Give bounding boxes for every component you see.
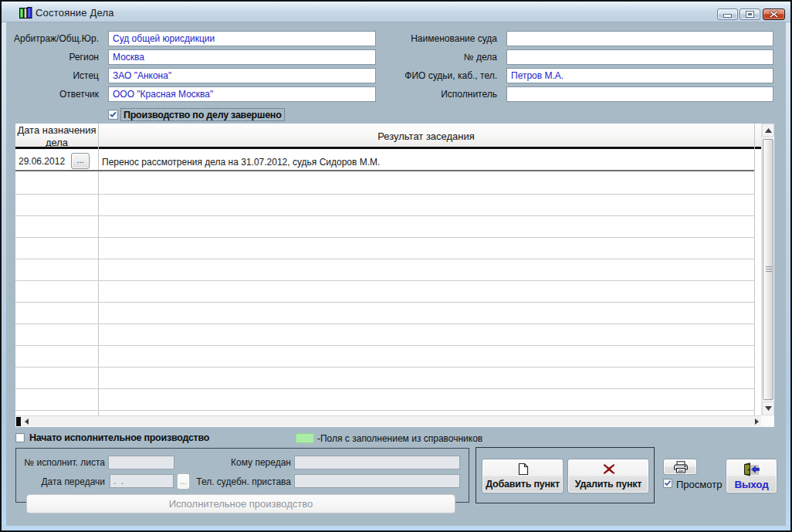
input-given-to[interactable] [294, 456, 460, 469]
input-writ-number[interactable] [108, 456, 174, 469]
grid-vertical-scrollbar[interactable] [761, 124, 773, 415]
label-case-number: № дела [389, 49, 497, 65]
delete-x-icon [603, 463, 615, 475]
printer-icon [674, 461, 688, 473]
scroll-left-icon[interactable] [24, 418, 30, 425]
thumb-grip [766, 269, 772, 269]
grid-header-date[interactable]: Дата назначения дела [15, 124, 98, 149]
grid-empty-row[interactable] [15, 259, 754, 281]
legend-swatch [296, 433, 314, 443]
date-ellipsis-button[interactable]: ... [71, 153, 90, 169]
hearings-grid: Дата назначения дела Результат заседания… [15, 124, 774, 427]
label-court-type: Арбитраж/Общ.Юр. [11, 31, 99, 46]
grid-cell-date[interactable]: 29.06.2012 [19, 156, 65, 167]
preview-checkbox[interactable] [663, 479, 672, 488]
exit-label: Выход [726, 479, 777, 490]
app-books-icon [19, 6, 32, 19]
input-region[interactable]: Москва [108, 49, 376, 65]
input-case-number[interactable] [506, 49, 773, 65]
label-given-to: Кому передан [191, 457, 291, 468]
print-button[interactable] [663, 459, 697, 475]
input-executor[interactable] [506, 86, 773, 102]
horizontal-scroll-thumb[interactable] [16, 417, 21, 426]
exit-door-icon [743, 463, 760, 476]
grid-cell-result[interactable]: Перенос рассмотрения дела на 31.07.2012,… [102, 157, 380, 168]
thumb-grip [766, 271, 772, 272]
label-plaintiff: Истец [11, 68, 99, 83]
grid-empty-row[interactable] [15, 346, 754, 368]
vertical-scroll-thumb[interactable] [763, 139, 773, 400]
exec-started-checkbox[interactable] [15, 433, 25, 442]
dialog-body: Арбитраж/Общ.Юр. Суд общей юрисдикции Ре… [6, 22, 786, 526]
delete-item-button[interactable]: Удалить пункт [567, 459, 649, 493]
grid-empty-row[interactable] [15, 324, 754, 346]
close-button[interactable] [763, 8, 785, 20]
scroll-down-button[interactable] [762, 402, 774, 415]
checkmark-icon [109, 110, 117, 119]
scrollbar-corner [761, 415, 774, 427]
label-writ-number: № исполнит. листа [12, 457, 105, 468]
input-defendant[interactable]: ООО "Красная Москва" [108, 86, 376, 102]
add-item-button[interactable]: Добавить пункт [482, 459, 564, 493]
case-completed-checkbox[interactable] [108, 110, 118, 120]
grid-header: Дата назначения дела Результат заседания [15, 124, 761, 149]
grid-row-current[interactable]: 29.06.2012 ... Перенос рассмотрения дела… [15, 151, 754, 171]
input-bailiff-phone[interactable] [294, 474, 460, 488]
legend-label: -Поля с заполнением из справочников [317, 433, 482, 444]
exit-button[interactable]: Выход [726, 459, 777, 493]
label-region: Регион [11, 49, 99, 65]
label-defendant: Ответчик [11, 86, 99, 102]
input-court-name[interactable] [506, 31, 773, 46]
grid-empty-row[interactable] [15, 216, 754, 238]
delete-item-label: Удалить пункт [568, 479, 648, 490]
close-icon [768, 9, 780, 19]
grid-empty-row[interactable] [15, 195, 754, 216]
minimize-icon [723, 9, 732, 19]
grid-empty-row[interactable] [15, 389, 754, 411]
scroll-up-button[interactable] [762, 124, 774, 137]
label-transfer-date: Дата передачи [12, 476, 105, 487]
exec-started-label: Начато исполнительное производство [29, 432, 209, 443]
label-judge: ФИО судьи, каб., тел. [383, 68, 497, 83]
grid-empty-row[interactable] [15, 238, 754, 259]
label-bailiff-phone: Тел. судебн. пристава [194, 476, 291, 487]
transfer-date-ellipsis-button[interactable]: ... [177, 473, 190, 490]
preview-label: Просмотр [676, 479, 722, 490]
window-title: Состояние Дела [36, 7, 114, 19]
maximize-icon [745, 9, 755, 19]
input-judge[interactable]: Петров М.А. [506, 68, 773, 83]
scroll-down-icon [765, 406, 772, 411]
exec-production-button[interactable]: Исполнительное производство [26, 494, 455, 513]
grid-empty-row[interactable] [15, 303, 754, 324]
grid-header-result[interactable]: Результат заседания [98, 124, 754, 149]
scroll-right-icon[interactable] [753, 418, 760, 425]
input-court-type[interactable]: Суд общей юрисдикции [108, 31, 376, 46]
titlebar[interactable]: Состояние Дела [2, 2, 790, 22]
add-item-label: Добавить пункт [482, 479, 563, 490]
grid-empty-row[interactable] [15, 368, 754, 389]
add-page-icon [518, 463, 529, 476]
grid-horizontal-scrollbar[interactable] [15, 415, 761, 426]
grid-right-column-line [754, 124, 755, 415]
label-court-name: Наименование суда [389, 31, 497, 46]
thumb-grip [766, 266, 772, 267]
maximize-button[interactable] [740, 8, 760, 20]
input-transfer-date[interactable]: . . [110, 474, 174, 488]
label-executor: Исполнитель [389, 86, 497, 102]
grid-empty-row[interactable] [15, 173, 754, 195]
minimize-button[interactable] [717, 8, 738, 20]
scroll-up-icon [765, 128, 772, 133]
preview-checkmark-icon [664, 479, 672, 487]
grid-empty-row[interactable] [15, 281, 754, 303]
case-completed-label[interactable]: Производство по делу завершено [120, 108, 285, 121]
input-plaintiff[interactable]: ЗАО "Анкона" [108, 68, 376, 83]
